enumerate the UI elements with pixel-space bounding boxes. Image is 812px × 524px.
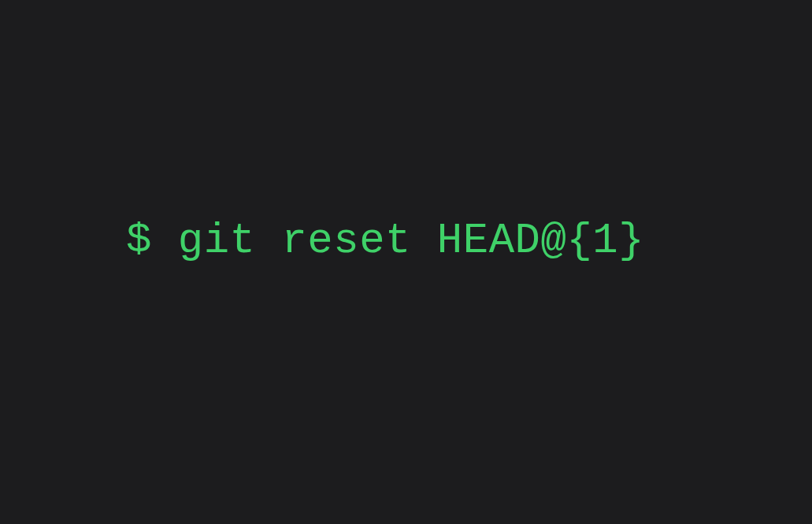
terminal-command-line: $ git reset HEAD@{1} [0,217,644,265]
